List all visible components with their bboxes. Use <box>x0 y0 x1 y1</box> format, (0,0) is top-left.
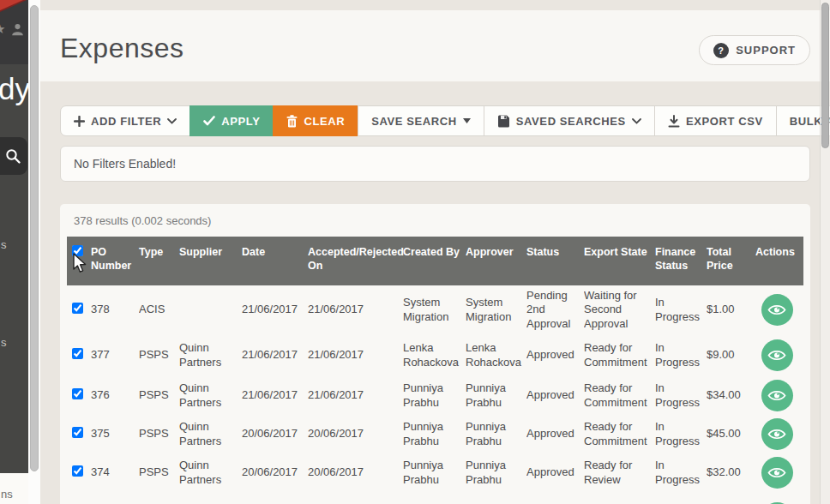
sidebar-topbar: ★ <box>0 0 28 64</box>
sidebar-scrollbar[interactable] <box>28 0 40 504</box>
cell-supplier: Ram's <box>179 492 242 504</box>
cell-status: Approved <box>526 376 584 415</box>
cell-type <box>139 492 179 504</box>
row-checkbox[interactable] <box>72 388 83 399</box>
svg-text:?: ? <box>718 45 725 56</box>
cell-po-number: 378 <box>91 285 139 334</box>
no-filters-message: No Filters Enabled! <box>74 157 176 171</box>
no-filters-banner: No Filters Enabled! <box>60 146 810 182</box>
chevron-down-icon <box>632 118 641 124</box>
col-finance-status[interactable]: Finance Status <box>655 237 707 285</box>
view-expense-button[interactable] <box>761 418 793 450</box>
add-filter-button[interactable]: ADD FILTER <box>60 105 190 136</box>
table-row: Ram's Sreeram Sreeram In Progress <box>67 492 803 504</box>
col-accepted-rejected-on[interactable]: Accepted/Rejected On <box>308 237 403 285</box>
cell-approver: Punniya Prabhu <box>466 415 526 453</box>
cell-status: Pending 2nd Approval <box>526 285 584 334</box>
cell-accepted-rejected-on: 20/06/2017 <box>308 415 403 453</box>
col-created-by[interactable]: Created By <box>403 237 466 285</box>
support-button[interactable]: ? SUPPORT <box>699 35 810 65</box>
col-supplier[interactable]: Supplier <box>179 237 242 285</box>
cell-status: Approved <box>526 334 584 376</box>
sidebar-search-button[interactable] <box>0 137 27 175</box>
view-expense-button[interactable] <box>761 380 793 411</box>
col-date[interactable]: Date <box>242 237 308 285</box>
cell-approver: Sreeram <box>466 492 526 504</box>
cell-accepted-rejected-on <box>308 492 403 504</box>
cell-type: PSPS <box>139 376 179 415</box>
cell-supplier: Quinn Partners <box>179 415 242 453</box>
cell-export-state <box>584 492 655 504</box>
cell-status: Approved <box>526 415 584 453</box>
sidebar-item-fragment[interactable]: ns <box>1 488 13 501</box>
filter-toolbar: ADD FILTER APPLY CLEAR SAVE SEARCH <box>60 105 830 136</box>
col-status[interactable]: Status <box>526 237 584 285</box>
row-checkbox[interactable] <box>72 427 83 438</box>
table-row: 375 PSPS Quinn Partners 20/06/2017 20/06… <box>67 415 803 453</box>
col-total-price[interactable]: Total Price <box>707 237 755 285</box>
col-actions: Actions <box>755 237 803 285</box>
search-icon <box>5 148 21 165</box>
expenses-table: PO Number Type Supplier Date Accepted/Re… <box>67 237 803 504</box>
col-export-state[interactable]: Export State <box>584 237 655 285</box>
eye-icon <box>767 349 786 362</box>
cell-date <box>242 492 308 504</box>
cell-export-state: Ready for Commitment <box>584 415 655 453</box>
cell-date: 20/06/2017 <box>242 415 308 453</box>
view-expense-button[interactable] <box>761 457 793 489</box>
caret-down-icon <box>463 118 471 123</box>
star-icon[interactable]: ★ <box>0 21 5 37</box>
sidebar-item-fragment[interactable]: s <box>1 336 7 349</box>
select-all-checkbox[interactable] <box>72 245 83 256</box>
chevron-down-icon <box>167 118 177 124</box>
cell-export-state: Ready for Commitment <box>584 376 655 415</box>
eye-icon <box>767 389 786 402</box>
app-logo-fragment: dy <box>0 72 28 106</box>
sidebar: ★ dy s s ns <box>0 0 28 504</box>
cell-status: Approved <box>526 453 584 492</box>
cell-approver: Punniya Prabhu <box>466 453 526 492</box>
cell-approver: Lenka Rohackova <box>466 334 526 376</box>
cell-accepted-rejected-on: 21/06/2017 <box>308 334 403 376</box>
cell-type: PSPS <box>139 453 179 492</box>
cell-finance-status: In Progress <box>655 285 707 334</box>
page-scrollbar-thumb[interactable] <box>821 3 829 148</box>
export-csv-button[interactable]: EXPORT CSV <box>654 105 777 136</box>
view-expense-button[interactable] <box>761 339 793 371</box>
col-po-number[interactable]: PO Number <box>91 237 139 285</box>
table-body: 378 ACIS 21/06/2017 21/06/2017 System Mi… <box>67 285 803 504</box>
eye-icon <box>767 466 786 479</box>
cell-po-number <box>91 492 139 504</box>
row-checkbox[interactable] <box>72 465 83 477</box>
cell-export-state: Waiting for Second Approval <box>584 285 655 334</box>
clear-button[interactable]: CLEAR <box>273 105 358 136</box>
apply-button[interactable]: APPLY <box>189 105 274 136</box>
main-content: Expenses ? SUPPORT ADD FILTER APPLY <box>40 0 830 504</box>
cell-created-by: Lenka Rohackova <box>403 334 466 376</box>
cell-approver: Punniya Prabhu <box>466 376 526 415</box>
saved-searches-button[interactable]: SAVED SEARCHES <box>484 105 655 136</box>
col-type[interactable]: Type <box>139 237 179 285</box>
cell-type: PSPS <box>139 334 179 376</box>
cell-finance-status: In Progress <box>655 492 707 504</box>
view-expense-button[interactable] <box>761 294 793 326</box>
row-checkbox[interactable] <box>72 348 83 359</box>
sidebar-item-fragment[interactable]: s <box>1 238 7 251</box>
save-search-button[interactable]: SAVE SEARCH <box>358 105 484 136</box>
row-checkbox[interactable] <box>72 303 83 314</box>
cell-po-number: 374 <box>91 453 139 492</box>
user-icon[interactable] <box>10 22 25 37</box>
cell-po-number: 375 <box>91 415 139 453</box>
sidebar-scrollbar-thumb[interactable] <box>30 5 39 471</box>
cell-date: 20/06/2017 <box>242 453 308 492</box>
cell-total-price <box>707 492 755 504</box>
page-scrollbar[interactable] <box>820 0 830 504</box>
cell-created-by: Punniya Prabhu <box>403 415 466 453</box>
cell-finance-status: In Progress <box>655 415 707 453</box>
question-icon: ? <box>713 43 729 58</box>
cell-finance-status: In Progress <box>655 334 707 376</box>
cell-po-number: 377 <box>91 334 139 376</box>
table-row: 378 ACIS 21/06/2017 21/06/2017 System Mi… <box>67 285 803 334</box>
eye-icon <box>767 303 786 316</box>
col-approver[interactable]: Approver <box>466 237 526 285</box>
